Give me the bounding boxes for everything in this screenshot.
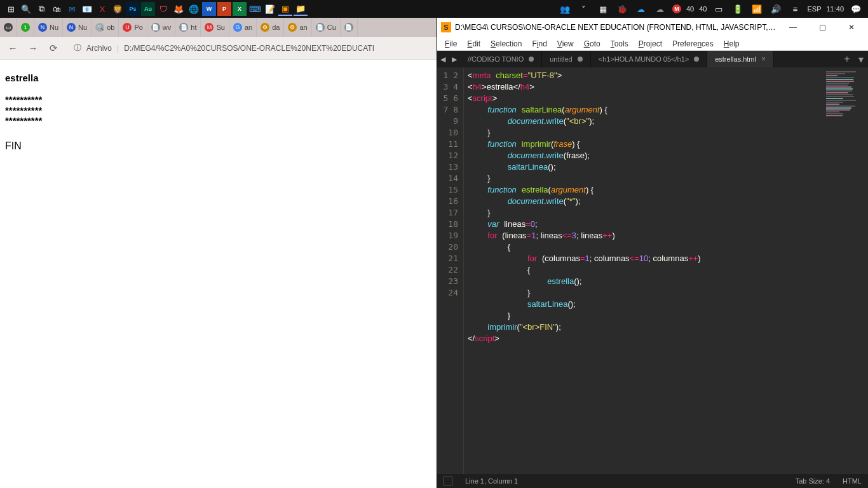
app-icon[interactable]: X <box>95 2 109 16</box>
explorer-task-icon[interactable]: 📁 <box>294 2 308 16</box>
tray-icon[interactable]: ▦ <box>596 2 610 16</box>
outlook-icon[interactable]: 📧 <box>80 2 94 16</box>
sublime-task-icon[interactable]: ▣ <box>278 2 292 16</box>
page-fin: FIN <box>5 140 431 152</box>
sublime-menubar: File Edit Selection Find View Goto Tools… <box>437 37 868 51</box>
editor-tab[interactable]: //CODIGO TONIO <box>460 51 542 67</box>
mail-icon[interactable]: ✉ <box>65 2 79 16</box>
brave-icon[interactable]: 🛡 <box>156 2 170 16</box>
photoshop-icon[interactable]: Ps <box>126 2 140 16</box>
firefox-icon[interactable]: 🦊 <box>172 2 186 16</box>
onedrive-icon[interactable]: ☁ <box>634 2 648 16</box>
browser-tab[interactable]: NNu <box>63 18 92 37</box>
close-tab-icon[interactable]: × <box>761 55 766 64</box>
maximize-button[interactable]: ▢ <box>810 18 835 36</box>
close-button[interactable]: ✕ <box>839 18 864 36</box>
browser-tab[interactable]: 📄ht <box>175 18 201 37</box>
address-path: D:/MEG4/%C2%A0%20CURSOS/ONE-ORACLE%20NEX… <box>124 44 374 53</box>
windows-taskbar: ⊞ 🔍 ⧉ 🛍 ✉ 📧 X 🦁 Ps Au 🛡 🦊 🌐 W P X ⌨ 📝 ▣ … <box>0 0 868 18</box>
start-button[interactable]: ⊞ <box>4 2 18 16</box>
dirty-dot <box>694 57 699 62</box>
menu-project[interactable]: Project <box>635 38 666 50</box>
people-icon[interactable]: 👥 <box>558 2 572 16</box>
reload-button[interactable]: ⟳ <box>47 42 60 55</box>
minimap[interactable] <box>822 67 868 474</box>
menu-tools[interactable]: Tools <box>607 38 632 50</box>
notifications-icon[interactable]: 💬 <box>849 2 863 16</box>
clock[interactable]: 11:40 <box>826 5 844 13</box>
status-syntax[interactable]: HTML <box>843 477 862 485</box>
browser-tab[interactable]: NNu <box>34 18 63 37</box>
star-row: ********** <box>5 116 431 126</box>
word-icon[interactable]: W <box>202 2 216 16</box>
sublime-icon: S <box>441 22 451 32</box>
wifi-icon[interactable]: 📶 <box>750 2 764 16</box>
search-icon[interactable]: 🔍 <box>19 2 33 16</box>
onedrive-icon[interactable]: ☁ <box>653 2 667 16</box>
address-bar[interactable]: ⓘ Archivo | D:/MEG4/%C2%A0%20CURSOS/ONE-… <box>67 40 430 57</box>
menu-help[interactable]: Help <box>720 38 743 50</box>
browser-tab[interactable]: 📄Cu <box>312 18 341 37</box>
menu-preferences[interactable]: Preferences <box>668 38 717 50</box>
browser-tab[interactable]: ⚙da <box>257 18 284 37</box>
editor-tab[interactable]: <h1>HOLA MUNDO 05</h1> <box>591 51 707 67</box>
taskview-icon[interactable]: ⧉ <box>34 2 48 16</box>
editor-tab[interactable]: untitled <box>542 51 590 67</box>
mega-icon[interactable]: M <box>672 4 681 13</box>
browser-tab[interactable]: ▭ <box>0 18 17 37</box>
browser-viewport: estrella ********** ********** *********… <box>0 60 437 488</box>
menu-edit[interactable]: Edit <box>463 38 484 50</box>
browser-tab[interactable]: 🔍ob <box>92 18 119 37</box>
sublime-titlebar[interactable]: S D:\MEG4\ CURSOS\ONE-ORACLE NEXT EDUCAT… <box>437 18 868 37</box>
new-tab-button[interactable]: + <box>840 51 854 67</box>
menu-file[interactable]: File <box>441 38 461 50</box>
editor-area: 1 2 3 4 5 6 7 8 9 10 11 12 13 14 15 16 1… <box>437 67 868 474</box>
browser-tab[interactable]: 📄wv <box>147 18 175 37</box>
audition-icon[interactable]: Au <box>141 2 155 16</box>
status-tabsize[interactable]: Tab Size: 4 <box>796 477 830 485</box>
temp-1: 40 <box>686 5 694 13</box>
minimize-button[interactable]: — <box>780 18 806 36</box>
tabs-menu-button[interactable]: ▾ <box>854 51 868 67</box>
status-panel-icon[interactable] <box>444 477 452 485</box>
menu-goto[interactable]: Goto <box>580 38 604 50</box>
star-row: ********** <box>5 95 431 105</box>
tab-nav-right[interactable]: ▶ <box>449 51 460 67</box>
browser-tab[interactable]: ⚙an <box>284 18 311 37</box>
sublime-tabs: ◀ ▶ //CODIGO TONIO untitled <h1>HOLA MUN… <box>437 51 868 67</box>
sublime-window: S D:\MEG4\ CURSOS\ONE-ORACLE NEXT EDUCAT… <box>437 18 868 488</box>
menu-view[interactable]: View <box>553 38 578 50</box>
browser-tab[interactable]: 1 <box>17 18 34 37</box>
tray-icon[interactable]: 🐞 <box>615 2 629 16</box>
star-row: ********** <box>5 105 431 116</box>
sublime-statusbar: Line 1, Column 1 Tab Size: 4 HTML <box>437 474 868 488</box>
store-icon[interactable]: 🛍 <box>50 2 64 16</box>
back-button[interactable]: ← <box>6 42 19 55</box>
chevron-up-icon[interactable]: ˅ <box>577 2 591 16</box>
vscode-icon[interactable]: ⌨ <box>248 2 262 16</box>
tab-nav-left[interactable]: ◀ <box>437 51 449 67</box>
editor-tab-active[interactable]: estrellas.html× <box>707 51 774 67</box>
browser-tab[interactable]: MSu <box>201 18 229 37</box>
browser-tab[interactable]: 📄 <box>341 18 358 37</box>
touchpad-icon[interactable]: ▭ <box>712 2 726 16</box>
edge-icon[interactable]: 🌐 <box>187 2 201 16</box>
excel-icon[interactable]: X <box>233 2 247 16</box>
info-icon: ⓘ <box>74 43 81 53</box>
battery-icon[interactable]: 🔋 <box>731 2 745 16</box>
ime-icon[interactable]: ≡ <box>788 2 802 16</box>
browser-tab[interactable]: Gan <box>229 18 257 37</box>
volume-icon[interactable]: 🔊 <box>769 2 783 16</box>
line-gutter: 1 2 3 4 5 6 7 8 9 10 11 12 13 14 15 16 1… <box>437 67 464 474</box>
menu-selection[interactable]: Selection <box>487 38 526 50</box>
page-title: estrella <box>5 72 431 83</box>
code-editor[interactable]: <meta charset="UTF-8"> <h4>estrella</h4>… <box>464 67 822 474</box>
menu-find[interactable]: Find <box>528 38 550 50</box>
notes-icon[interactable]: 📝 <box>263 2 277 16</box>
powerpoint-icon[interactable]: P <box>217 2 231 16</box>
browser-tab[interactable]: UPo <box>119 18 147 37</box>
app-icon[interactable]: 🦁 <box>111 2 125 16</box>
forward-button[interactable]: → <box>27 42 39 55</box>
sublime-title-text: D:\MEG4\ CURSOS\ONE-ORACLE NEXT EDUCATIO… <box>455 23 776 32</box>
language-indicator[interactable]: ESP <box>807 5 821 13</box>
